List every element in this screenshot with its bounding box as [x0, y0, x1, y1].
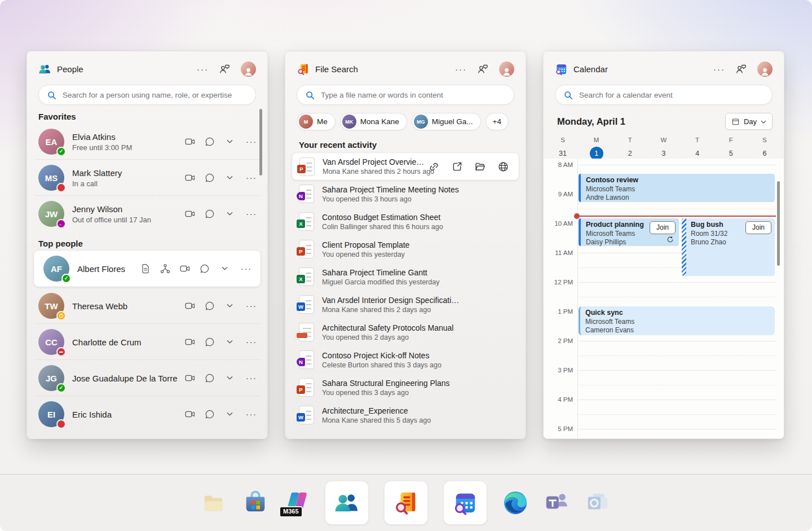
calendar-search-app-button[interactable] — [443, 481, 487, 525]
microsoft-store-icon[interactable] — [242, 490, 268, 516]
file-row[interactable]: Van Arsdel Interior Design Specification… — [285, 291, 526, 318]
chevron-down-icon[interactable] — [224, 409, 235, 420]
person-row[interactable]: EA ✓ Elvia Atkins Free until 3:00 PM ··· — [27, 124, 267, 160]
video-call-icon[interactable] — [184, 136, 196, 147]
chevron-down-icon[interactable] — [219, 263, 230, 274]
chat-icon[interactable] — [204, 208, 215, 220]
join-button[interactable]: Join — [650, 221, 676, 234]
person-row-highlighted[interactable]: AF ✓ Albert Flores ··· — [34, 251, 261, 287]
file-row[interactable]: Contoso Project Kick-off Notes Celeste B… — [285, 346, 526, 374]
file-search-input[interactable] — [320, 90, 506, 100]
file-name: Sahara Structural Engineering Plans — [322, 379, 449, 388]
join-button[interactable]: Join — [745, 221, 771, 234]
filter-chip-me[interactable]: M Me — [297, 113, 336, 130]
more-options-icon[interactable]: ··· — [246, 138, 257, 146]
file-name: Client Proposal Template — [322, 240, 409, 249]
scrollbar-thumb[interactable] — [259, 109, 262, 175]
chat-icon[interactable] — [204, 300, 215, 311]
week-day-sunday[interactable]: S31 — [553, 137, 573, 160]
video-call-icon[interactable] — [184, 208, 196, 220]
more-options-icon[interactable]: ··· — [246, 174, 257, 182]
more-options-icon[interactable]: ··· — [241, 265, 252, 273]
calendar-search-input[interactable] — [578, 90, 764, 100]
people-search-input[interactable] — [61, 90, 248, 100]
more-options-icon[interactable]: ··· — [246, 210, 257, 218]
chevron-down-icon[interactable] — [224, 372, 235, 384]
file-search-app-button[interactable] — [384, 481, 428, 525]
chevron-down-icon[interactable] — [224, 208, 235, 220]
more-options-icon[interactable]: ··· — [197, 65, 209, 73]
file-row-highlighted[interactable]: Van Arsdel Project Overview... Mona Kane… — [292, 153, 519, 180]
account-avatar[interactable] — [241, 62, 256, 77]
view-selector-button[interactable]: Day — [725, 113, 773, 130]
people-search-app-button[interactable] — [325, 481, 369, 525]
file-row[interactable]: Sahara Project Timeline Meeting Notes Yo… — [285, 180, 526, 208]
more-options-icon[interactable]: ··· — [246, 410, 257, 418]
open-folder-icon[interactable] — [474, 161, 486, 173]
feedback-icon[interactable] — [477, 63, 489, 75]
chat-icon[interactable] — [204, 372, 215, 384]
chevron-down-icon[interactable] — [224, 172, 235, 183]
teams-icon[interactable] — [544, 490, 570, 516]
feedback-icon[interactable] — [219, 63, 231, 75]
account-avatar[interactable] — [757, 62, 773, 77]
file-row[interactable]: Sahara Project Timeline Gantt Miguel Gar… — [285, 263, 526, 291]
open-in-browser-icon[interactable] — [497, 161, 509, 173]
account-avatar[interactable] — [499, 62, 514, 77]
file-row[interactable]: Sahara Structural Engineering Plans You … — [285, 374, 526, 401]
profile-card-icon[interactable] — [140, 263, 151, 274]
filter-chip-mona-kane[interactable]: MK Mona Kane — [340, 113, 407, 130]
more-options-icon[interactable]: ··· — [455, 65, 467, 73]
chat-icon[interactable] — [204, 409, 215, 420]
video-call-icon[interactable] — [184, 409, 196, 420]
file-row[interactable]: Contoso Budget Estimation Sheet Colin Ba… — [285, 208, 526, 235]
file-activity: Mona Kane shared this 5 days ago — [322, 416, 431, 424]
week-day-wednesday[interactable]: W3 — [654, 137, 674, 160]
video-call-icon[interactable] — [184, 172, 196, 183]
filter-chip-miguel[interactable]: MG Miguel Ga... — [412, 113, 481, 130]
person-row[interactable]: TW Theresa Webb ··· — [27, 288, 267, 324]
m365-copilot-icon[interactable]: M365 — [284, 490, 310, 516]
event-product-planning[interactable]: Product planning Microsoft Teams Daisy P… — [579, 218, 679, 246]
scrollbar-thumb[interactable] — [777, 181, 780, 266]
video-call-icon[interactable] — [184, 300, 196, 311]
chat-icon[interactable] — [204, 172, 215, 183]
feedback-icon[interactable] — [735, 63, 747, 75]
person-row[interactable]: EI Eric Ishida ··· — [27, 396, 267, 432]
more-options-icon[interactable]: ··· — [246, 302, 257, 310]
event-bug-bush[interactable]: Bug bush Room 31/32 Bruno Zhao Join — [682, 218, 775, 276]
file-row[interactable]: Client Proposal Template You opened this… — [285, 235, 526, 263]
week-day-saturday[interactable]: S6 — [754, 137, 775, 160]
chevron-down-icon[interactable] — [224, 336, 235, 348]
chat-icon[interactable] — [204, 336, 215, 348]
filter-chip-more[interactable]: +4 — [486, 113, 509, 130]
chevron-down-icon[interactable] — [224, 136, 235, 147]
week-day-thursday[interactable]: T4 — [687, 137, 708, 160]
week-day-friday[interactable]: F5 — [721, 137, 741, 160]
file-explorer-icon[interactable] — [201, 490, 227, 516]
file-row[interactable]: Architectural Safety Protocols Manual Yo… — [285, 318, 526, 346]
video-call-icon[interactable] — [184, 336, 196, 348]
file-row[interactable]: Architecture_Experience Mona Kane shared… — [285, 401, 526, 429]
person-row[interactable]: CC Charlotte de Crum ··· — [27, 324, 267, 360]
copy-link-icon[interactable] — [428, 161, 440, 173]
person-row[interactable]: JG ✓ Jose Guadalupe De la Torre ··· — [27, 360, 267, 396]
event-contoso-review[interactable]: Contoso review Microsoft Teams Andre Law… — [579, 174, 775, 202]
week-day-monday-selected[interactable]: M1 — [586, 137, 607, 160]
share-icon[interactable] — [451, 161, 463, 173]
org-chart-icon[interactable] — [160, 263, 171, 274]
edge-icon[interactable] — [502, 490, 528, 516]
more-options-icon[interactable]: ··· — [246, 338, 257, 346]
video-call-icon[interactable] — [184, 372, 196, 384]
chat-icon[interactable] — [199, 263, 210, 274]
person-row[interactable]: MS Mark Slattery In a call ··· — [27, 160, 267, 196]
person-row[interactable]: JW ← Jenny Wilson Out of office until 17… — [27, 196, 267, 232]
video-call-icon[interactable] — [179, 263, 191, 274]
chevron-down-icon[interactable] — [224, 300, 235, 311]
chat-icon[interactable] — [204, 136, 215, 147]
outlook-icon[interactable] — [585, 490, 611, 516]
more-options-icon[interactable]: ··· — [246, 374, 257, 382]
event-quick-sync[interactable]: Quick sync Microsoft Teams Cameron Evans — [579, 306, 775, 335]
more-options-icon[interactable]: ··· — [713, 65, 725, 73]
week-day-tuesday[interactable]: T2 — [620, 137, 640, 160]
